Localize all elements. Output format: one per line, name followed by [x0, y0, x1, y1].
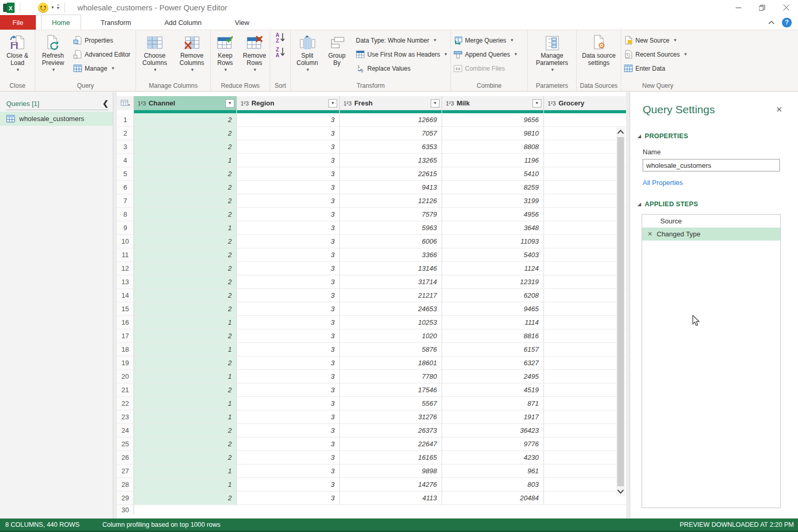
- column-header-milk[interactable]: 1²3 Milk ▼: [442, 96, 544, 110]
- remove-rows-button[interactable]: Remove Rows▼: [240, 32, 270, 78]
- data-cell[interactable]: 3: [237, 491, 340, 505]
- data-cell[interactable]: [544, 127, 626, 140]
- data-cell[interactable]: 21217: [340, 289, 442, 302]
- row-number[interactable]: 20: [117, 370, 134, 383]
- data-cell[interactable]: 3: [237, 356, 340, 370]
- data-cell[interactable]: 7057: [340, 127, 442, 140]
- data-cell[interactable]: 1020: [340, 329, 442, 343]
- scroll-up-icon[interactable]: [616, 127, 625, 136]
- data-cell[interactable]: 1917: [442, 410, 544, 424]
- choose-columns-button[interactable]: Choose Columns▼: [136, 32, 174, 78]
- data-cell[interactable]: 3: [237, 329, 340, 343]
- data-cell[interactable]: 10253: [340, 316, 442, 329]
- row-number[interactable]: 18: [117, 343, 134, 356]
- data-cell[interactable]: 3: [237, 235, 340, 248]
- data-cell[interactable]: 961: [442, 464, 544, 478]
- data-cell[interactable]: 14276: [340, 478, 442, 491]
- data-cell[interactable]: 13265: [340, 154, 442, 167]
- data-cell[interactable]: [544, 262, 626, 275]
- restore-button[interactable]: [750, 0, 774, 15]
- smiley-icon[interactable]: [38, 3, 48, 13]
- data-cell[interactable]: [544, 194, 626, 208]
- sort-descending-icon[interactable]: ZA: [275, 46, 286, 58]
- data-cell[interactable]: 1124: [442, 262, 544, 275]
- data-cell[interactable]: 9656: [442, 113, 544, 127]
- data-cell[interactable]: 2: [134, 127, 237, 140]
- data-cell[interactable]: 8259: [442, 181, 544, 194]
- row-number[interactable]: 8: [117, 208, 134, 221]
- data-cell[interactable]: 2: [134, 275, 237, 289]
- vertical-scrollbar[interactable]: [616, 127, 625, 496]
- data-cell[interactable]: 1: [134, 343, 237, 356]
- data-cell[interactable]: 6353: [340, 140, 442, 154]
- advanced-editor-button[interactable]: Advanced Editor: [71, 47, 133, 61]
- data-cell[interactable]: [544, 464, 626, 478]
- data-cell[interactable]: 1: [134, 154, 237, 167]
- row-number[interactable]: 28: [117, 478, 134, 491]
- data-cell[interactable]: 2: [134, 383, 237, 397]
- data-cell[interactable]: 2: [134, 194, 237, 208]
- column-header-region[interactable]: 1²3 Region ▼: [237, 96, 340, 110]
- data-cell[interactable]: [544, 356, 626, 370]
- data-cell[interactable]: 9898: [340, 464, 442, 478]
- data-cell[interactable]: 1: [134, 221, 237, 235]
- close-settings-icon[interactable]: ✕: [776, 105, 782, 113]
- data-cell[interactable]: [544, 289, 626, 302]
- close-and-load-button[interactable]: Close & Load▼: [1, 32, 35, 78]
- applied-steps-section-header[interactable]: APPLIED STEPS: [637, 201, 798, 208]
- data-cell[interactable]: [544, 451, 626, 464]
- data-cell[interactable]: 2: [134, 208, 237, 221]
- query-name-input[interactable]: [643, 159, 780, 171]
- data-cell[interactable]: 13146: [340, 262, 442, 275]
- data-cell[interactable]: 3: [237, 316, 340, 329]
- row-number[interactable]: 30: [117, 505, 134, 514]
- data-cell[interactable]: 22615: [340, 167, 442, 181]
- row-number[interactable]: 13: [117, 275, 134, 289]
- append-queries-button[interactable]: Append Queries▼: [451, 47, 521, 61]
- tab-view[interactable]: View: [224, 15, 260, 30]
- data-cell[interactable]: 1: [134, 316, 237, 329]
- scroll-down-icon[interactable]: [616, 487, 625, 496]
- data-cell[interactable]: 20484: [442, 491, 544, 505]
- data-cell[interactable]: 871: [442, 397, 544, 410]
- data-cell[interactable]: 2: [134, 167, 237, 181]
- table-select-all-button[interactable]: [117, 96, 134, 110]
- data-cell[interactable]: 3: [237, 275, 340, 289]
- data-cell[interactable]: 2495: [442, 370, 544, 383]
- column-header-grocery[interactable]: 1²3 Grocery: [544, 96, 626, 110]
- data-cell[interactable]: [544, 329, 626, 343]
- close-window-button[interactable]: [774, 0, 798, 15]
- row-number[interactable]: 25: [117, 437, 134, 451]
- data-cell[interactable]: 24653: [340, 302, 442, 316]
- data-cell[interactable]: 3: [237, 127, 340, 140]
- data-cell[interactable]: 2: [134, 437, 237, 451]
- data-cell[interactable]: 2: [134, 424, 237, 437]
- data-cell[interactable]: 8808: [442, 140, 544, 154]
- applied-step-changed-type[interactable]: ✕ Changed Type: [642, 228, 780, 241]
- properties-button[interactable]: Properties: [71, 33, 133, 47]
- manage-button[interactable]: Manage▼: [71, 61, 133, 75]
- data-cell[interactable]: [544, 154, 626, 167]
- data-cell[interactable]: [544, 235, 626, 248]
- row-number[interactable]: 24: [117, 424, 134, 437]
- data-cell[interactable]: 3: [237, 248, 340, 262]
- data-cell[interactable]: [544, 302, 626, 316]
- smiley-dropdown-caret-icon[interactable]: ▾: [51, 5, 54, 10]
- data-cell[interactable]: 8816: [442, 329, 544, 343]
- data-cell[interactable]: 3: [237, 208, 340, 221]
- data-source-settings-button[interactable]: ⚙ Data source settings: [578, 32, 620, 78]
- row-number[interactable]: 17: [117, 329, 134, 343]
- data-cell[interactable]: [544, 275, 626, 289]
- collapse-queries-pane-icon[interactable]: ❮: [102, 99, 109, 108]
- data-cell[interactable]: 36423: [442, 424, 544, 437]
- delete-step-icon[interactable]: ✕: [647, 231, 653, 237]
- data-cell[interactable]: [544, 478, 626, 491]
- data-cell[interactable]: 4113: [340, 491, 442, 505]
- row-number[interactable]: 4: [117, 154, 134, 167]
- data-cell[interactable]: 2: [134, 181, 237, 194]
- data-cell[interactable]: 1: [134, 370, 237, 383]
- column-header-channel[interactable]: 1²3 Channel ▼: [134, 96, 237, 110]
- row-number[interactable]: 11: [117, 248, 134, 262]
- data-cell[interactable]: [544, 248, 626, 262]
- column-profiling-status[interactable]: Column profiling based on top 1000 rows: [102, 521, 220, 528]
